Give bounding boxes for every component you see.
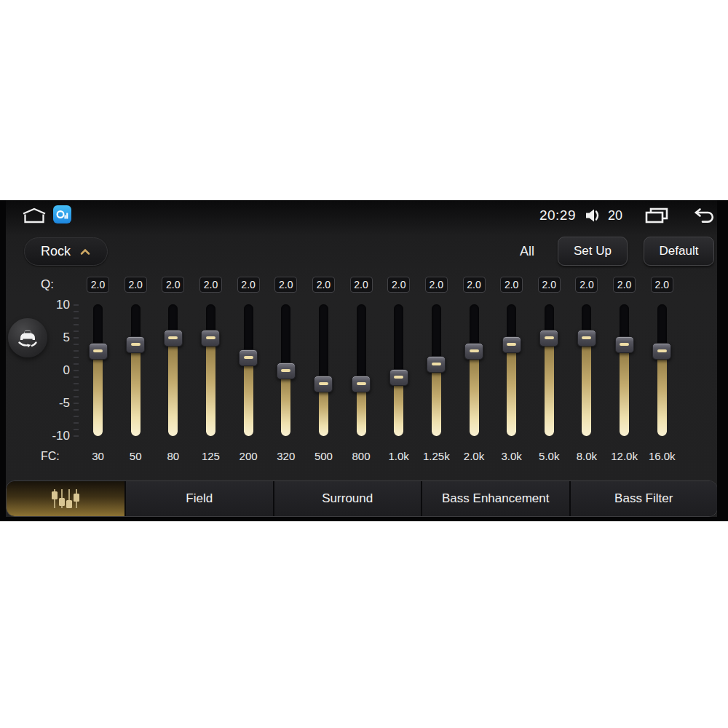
- band-frequency-label-30: 30: [79, 450, 117, 462]
- band-level-fill-80: [168, 338, 178, 436]
- q-value-badge-800[interactable]: 2.0: [350, 277, 373, 293]
- band-slider-handle-1.25k[interactable]: [427, 356, 446, 373]
- band-level-fill-320: [281, 371, 290, 436]
- axis-tick-mark: [74, 317, 79, 319]
- band-slider-handle-30[interactable]: [89, 343, 108, 360]
- q-value-badge-3.0k[interactable]: 2.0: [500, 277, 523, 293]
- sound-field-car-button[interactable]: [8, 318, 47, 357]
- band-slider-handle-500[interactable]: [314, 376, 333, 392]
- tab-bass-enhancement[interactable]: Bass Enhancement: [421, 481, 569, 516]
- q-value-badge-1.25k[interactable]: 2.0: [425, 277, 448, 293]
- fc-row-label: FC:: [41, 450, 63, 463]
- band-frequency-label-12.0k: 12.0k: [606, 450, 644, 462]
- q-value-badge-320[interactable]: 2.0: [274, 277, 297, 293]
- tab-field[interactable]: Field: [124, 481, 273, 516]
- axis-tick-mark: [74, 331, 79, 332]
- q-value-badge-125[interactable]: 2.0: [199, 277, 222, 293]
- band-slider-handle-8.0k[interactable]: [577, 330, 596, 347]
- band-level-fill-12.0k: [620, 344, 629, 436]
- band-slider-handle-1.0k[interactable]: [389, 369, 408, 386]
- band-slider-handle-800[interactable]: [352, 376, 371, 392]
- axis-tick-mark: [74, 403, 79, 404]
- screenshot-canvas: 20:29 20 Rock: [0, 0, 728, 728]
- q-row-label: Q:: [41, 277, 63, 292]
- handle-grip-line: [620, 343, 629, 346]
- handle-grip-line: [507, 343, 516, 346]
- band-slider-handle-320[interactable]: [277, 363, 296, 379]
- q-value-badge-30[interactable]: 2.0: [87, 277, 109, 293]
- car-rotate-icon: [13, 323, 42, 352]
- band-level-fill-200: [244, 357, 253, 436]
- q-value-badge-8.0k[interactable]: 2.0: [575, 277, 598, 293]
- axis-tick-mark: [74, 383, 79, 384]
- axis-tick-mark: [74, 429, 79, 430]
- axis-tick-mark: [74, 422, 79, 424]
- q-value-badge-500[interactable]: 2.0: [312, 277, 335, 293]
- q-value-badge-50[interactable]: 2.0: [124, 277, 147, 293]
- axis-tick-mark: [74, 363, 79, 365]
- band-level-fill-125: [206, 338, 215, 436]
- q-value-badge-80[interactable]: 2.0: [162, 277, 184, 293]
- band-level-fill-30: [93, 351, 103, 436]
- band-frequency-label-8.0k: 8.0k: [568, 450, 606, 462]
- axis-tick-label: 0: [28, 363, 70, 379]
- handle-grip-line: [657, 349, 667, 352]
- band-level-fill-50: [131, 344, 141, 436]
- handle-grip-line: [394, 376, 403, 379]
- handle-grip-line: [545, 336, 554, 339]
- band-slider-handle-2.0k[interactable]: [464, 343, 483, 360]
- band-slider-handle-80[interactable]: [164, 330, 183, 347]
- tab-equalizer[interactable]: [7, 481, 124, 516]
- axis-tick-mark: [74, 337, 79, 339]
- q-value-badge-200[interactable]: 2.0: [237, 277, 260, 293]
- band-level-fill-1.0k: [394, 377, 403, 436]
- axis-tick-label: -5: [28, 395, 70, 411]
- handle-grip-line: [244, 356, 253, 359]
- q-value-badge-16.0k[interactable]: 2.0: [651, 277, 673, 293]
- band-slider-handle-3.0k[interactable]: [502, 336, 521, 353]
- axis-tick-mark: [74, 324, 79, 325]
- axis-tick-mark: [74, 416, 79, 417]
- band-level-fill-8.0k: [582, 338, 591, 436]
- band-frequency-label-16.0k: 16.0k: [643, 450, 681, 462]
- band-slider-handle-16.0k[interactable]: [652, 343, 671, 360]
- band-level-fill-3.0k: [507, 344, 516, 436]
- axis-tick-mark: [74, 389, 79, 391]
- band-slider-handle-125[interactable]: [201, 330, 220, 347]
- band-slider-handle-200[interactable]: [239, 349, 258, 366]
- screen-bezel-right: [717, 200, 728, 521]
- band-slider-handle-50[interactable]: [126, 336, 145, 353]
- handle-grip-line: [582, 336, 591, 339]
- axis-tick-mark: [74, 370, 79, 371]
- q-value-badge-2.0k[interactable]: 2.0: [463, 277, 486, 293]
- equalizer-area: Q: FC: 1050-5-102.0302.0502.0802.01252.0…: [0, 200, 728, 521]
- axis-tick-label: 10: [28, 297, 70, 313]
- band-frequency-label-3.0k: 3.0k: [493, 450, 531, 462]
- band-frequency-label-50: 50: [116, 450, 154, 462]
- q-value-badge-1.0k[interactable]: 2.0: [387, 277, 410, 293]
- band-frequency-label-200: 200: [229, 450, 267, 462]
- band-frequency-label-1.0k: 1.0k: [380, 450, 418, 462]
- band-frequency-label-320: 320: [267, 450, 305, 462]
- tab-bass-filter[interactable]: Bass Filter: [569, 481, 718, 516]
- handle-grip-line: [432, 363, 441, 365]
- band-frequency-label-5.0k: 5.0k: [530, 450, 568, 462]
- handle-grip-line: [319, 382, 328, 385]
- band-frequency-label-125: 125: [191, 450, 229, 462]
- screen-bezel-left: [0, 200, 6, 521]
- band-slider-handle-5.0k[interactable]: [539, 330, 558, 347]
- tab-label: Bass Enhancement: [442, 491, 549, 506]
- handle-grip-line: [281, 369, 290, 372]
- axis-tick-mark: [74, 304, 79, 306]
- q-value-badge-12.0k[interactable]: 2.0: [613, 277, 636, 293]
- tab-label: Surround: [322, 491, 373, 506]
- axis-tick-mark: [74, 435, 79, 437]
- band-level-fill-16.0k: [657, 351, 667, 436]
- tab-label: Field: [186, 491, 213, 506]
- handle-grip-line: [168, 336, 178, 339]
- band-slider-handle-12.0k[interactable]: [615, 336, 634, 353]
- axis-tick-mark: [74, 350, 79, 352]
- q-value-badge-5.0k[interactable]: 2.0: [538, 277, 561, 293]
- tab-surround[interactable]: Surround: [273, 481, 422, 516]
- handle-grip-line: [357, 382, 366, 385]
